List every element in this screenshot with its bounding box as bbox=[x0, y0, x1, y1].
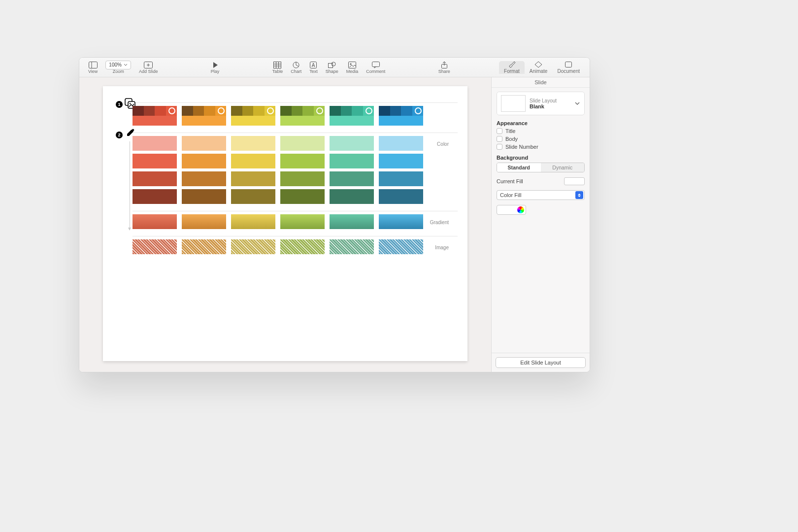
color-swatch[interactable] bbox=[182, 171, 226, 186]
text-button[interactable]: A Text bbox=[305, 58, 322, 77]
current-fill-swatch[interactable] bbox=[564, 177, 585, 185]
share-button[interactable]: Share bbox=[434, 58, 454, 77]
animate-tab[interactable]: Animate bbox=[525, 61, 553, 74]
color-swatch[interactable] bbox=[330, 154, 374, 168]
color-swatch[interactable] bbox=[231, 189, 275, 204]
palette-section bbox=[133, 102, 458, 126]
brush-icon bbox=[508, 61, 516, 68]
table-button[interactable]: Table bbox=[268, 58, 287, 77]
color-swatch[interactable] bbox=[379, 136, 423, 151]
edit-slide-layout-button[interactable]: Edit Slide Layout bbox=[496, 357, 586, 368]
color-swatch[interactable] bbox=[280, 171, 325, 186]
color-swatch[interactable] bbox=[133, 154, 177, 168]
color-swatch[interactable] bbox=[379, 154, 423, 168]
color-swatch[interactable] bbox=[280, 189, 325, 204]
image-swatch[interactable] bbox=[133, 239, 177, 254]
palette-chip[interactable] bbox=[182, 106, 226, 126]
add-slide-button[interactable]: Add Slide bbox=[135, 58, 162, 77]
document-tab[interactable]: Document bbox=[552, 61, 585, 74]
color-swatch[interactable] bbox=[231, 136, 275, 151]
svg-point-16 bbox=[350, 63, 352, 65]
color-swatch[interactable] bbox=[330, 136, 374, 151]
color-swatch[interactable] bbox=[182, 154, 226, 168]
slide-layout-picker[interactable]: Slide Layout Blank bbox=[497, 92, 585, 115]
toolbar: View 100% Zoom Add Slide Play bbox=[79, 58, 590, 77]
segment-standard[interactable]: Standard bbox=[497, 163, 541, 172]
chart-icon bbox=[293, 61, 299, 69]
image-swatch[interactable] bbox=[231, 239, 275, 254]
color-swatch[interactable] bbox=[182, 136, 226, 151]
gradient-swatch[interactable] bbox=[379, 214, 423, 229]
current-fill-label: Current Fill bbox=[497, 178, 523, 184]
sidebar-icon bbox=[89, 61, 98, 69]
color-swatch[interactable] bbox=[379, 171, 423, 186]
media-button[interactable]: Media bbox=[342, 58, 363, 77]
gradient-swatch[interactable] bbox=[231, 214, 275, 229]
body-checkbox-label: Body bbox=[505, 136, 518, 142]
image-swatch[interactable] bbox=[280, 239, 325, 254]
zoom-value-icon: 100% bbox=[105, 61, 131, 69]
layout-caption: Slide Layout bbox=[530, 98, 557, 103]
gradient-section: Gradient bbox=[133, 211, 458, 229]
shape-button[interactable]: Shape bbox=[322, 58, 342, 77]
image-swatch[interactable] bbox=[330, 239, 374, 254]
color-swatch[interactable] bbox=[231, 171, 275, 186]
palette-chip[interactable] bbox=[280, 106, 325, 126]
inspector-panel: Slide Slide Layout Blank Appearance bbox=[491, 77, 590, 372]
layout-name: Blank bbox=[530, 103, 557, 109]
share-icon bbox=[441, 61, 448, 69]
color-swatch[interactable] bbox=[133, 171, 177, 186]
document-label: Document bbox=[557, 68, 580, 74]
background-heading: Background bbox=[497, 155, 585, 161]
zoom-control[interactable]: 100% Zoom bbox=[101, 58, 135, 77]
share-label: Share bbox=[438, 69, 450, 74]
slide-number-checkbox-label: Slide Number bbox=[505, 144, 538, 150]
format-tab[interactable]: Format bbox=[499, 61, 525, 74]
image-section: Image bbox=[133, 236, 458, 254]
appearance-heading: Appearance bbox=[497, 120, 585, 126]
step-badge-1: 1 bbox=[116, 101, 123, 108]
shape-label: Shape bbox=[326, 69, 338, 74]
body-checkbox-row[interactable]: Body bbox=[497, 136, 585, 142]
color-swatch[interactable] bbox=[280, 154, 325, 168]
inspector-tab-title: Slide bbox=[492, 77, 590, 88]
color-swatch[interactable] bbox=[330, 189, 374, 204]
segment-dynamic[interactable]: Dynamic bbox=[541, 163, 585, 172]
add-slide-label: Add Slide bbox=[139, 69, 158, 74]
color-swatch[interactable] bbox=[379, 189, 423, 204]
title-checkbox-row[interactable]: Title bbox=[497, 128, 585, 134]
color-well[interactable] bbox=[497, 205, 526, 215]
animate-label: Animate bbox=[530, 68, 548, 74]
image-swatch[interactable] bbox=[182, 239, 226, 254]
image-swatch[interactable] bbox=[379, 239, 423, 254]
palette-chip[interactable] bbox=[330, 106, 374, 126]
fill-type-select[interactable]: Color Fill bbox=[497, 190, 585, 200]
view-button[interactable]: View bbox=[84, 58, 101, 77]
color-swatch[interactable] bbox=[182, 189, 226, 204]
canvas-area[interactable]: 1 2 Color bbox=[79, 77, 491, 372]
gradient-swatch[interactable] bbox=[133, 214, 177, 229]
svg-rect-0 bbox=[89, 62, 97, 68]
play-button[interactable]: Play bbox=[207, 58, 224, 77]
checkbox-icon bbox=[497, 144, 502, 150]
app-window: View 100% Zoom Add Slide Play bbox=[79, 57, 590, 372]
color-swatch[interactable] bbox=[330, 171, 374, 186]
background-segmented-control[interactable]: Standard Dynamic bbox=[497, 163, 585, 172]
chart-button[interactable]: Chart bbox=[287, 58, 305, 77]
palette-chip[interactable] bbox=[379, 106, 423, 126]
gradient-swatch[interactable] bbox=[280, 214, 325, 229]
slide-number-checkbox-row[interactable]: Slide Number bbox=[497, 144, 585, 150]
gradient-swatch[interactable] bbox=[182, 214, 226, 229]
play-label: Play bbox=[211, 69, 220, 74]
color-swatch[interactable] bbox=[231, 154, 275, 168]
layout-thumbnail bbox=[501, 95, 526, 112]
comment-button[interactable]: Comment bbox=[362, 58, 389, 77]
color-swatch[interactable] bbox=[280, 136, 325, 151]
color-swatch[interactable] bbox=[133, 189, 177, 204]
gradient-swatch[interactable] bbox=[330, 214, 374, 229]
image-label: Image bbox=[435, 245, 449, 250]
palette-chip[interactable] bbox=[231, 106, 275, 126]
color-wheel-icon bbox=[517, 206, 524, 213]
palette-chip[interactable] bbox=[133, 106, 177, 126]
color-swatch[interactable] bbox=[133, 136, 177, 151]
